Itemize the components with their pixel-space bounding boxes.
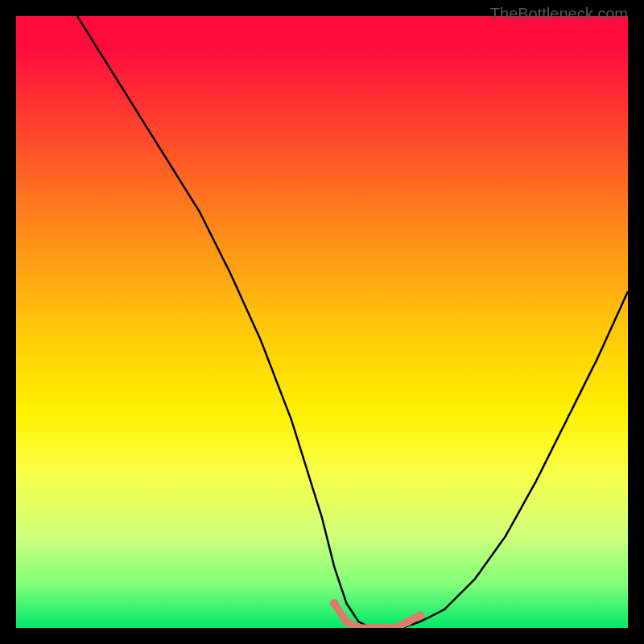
bottleneck-curve-line (77, 16, 628, 628)
optimal-band-markers (330, 599, 424, 628)
optimal-marker-dot (366, 624, 375, 629)
chart-svg (16, 16, 628, 628)
optimal-marker-dot (330, 599, 339, 608)
optimal-marker-dot (342, 617, 351, 626)
optimal-marker-dot (415, 611, 424, 620)
plot-area (16, 16, 628, 628)
optimal-marker-dot (379, 624, 388, 629)
chart-frame (16, 16, 628, 628)
optimal-marker-dot (403, 617, 412, 626)
watermark-text: TheBottleneck.com (490, 5, 628, 23)
